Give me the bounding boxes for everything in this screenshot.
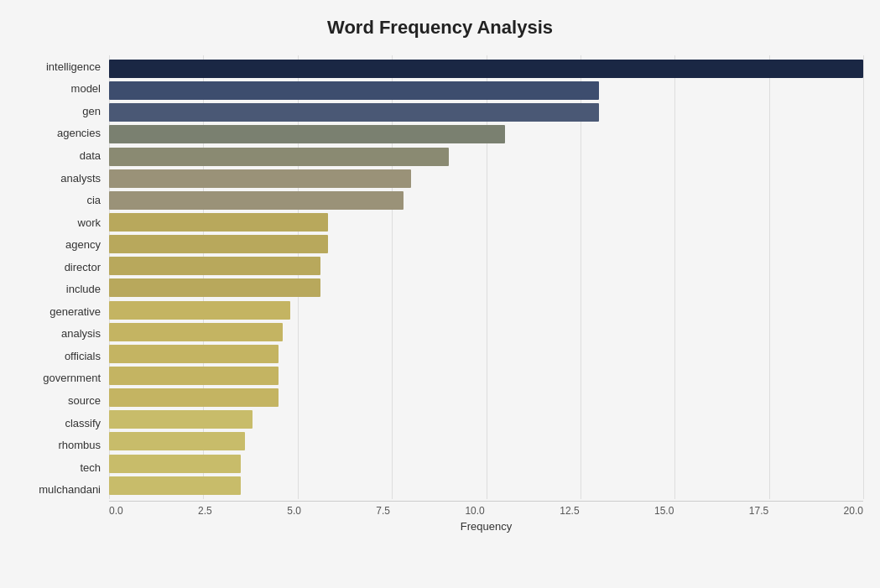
bar-row bbox=[109, 278, 863, 298]
x-tick-label: 2.5 bbox=[198, 505, 212, 517]
x-axis-label: Frequency bbox=[109, 520, 863, 533]
y-label: cia bbox=[17, 190, 109, 211]
y-label: intelligence bbox=[17, 55, 109, 77]
bar bbox=[109, 301, 290, 320]
bars-wrapper bbox=[109, 55, 863, 499]
bar bbox=[109, 455, 241, 473]
x-tick-label: 12.5 bbox=[560, 505, 579, 517]
plot-area: 0.02.55.07.510.012.515.017.520.0 Frequen… bbox=[109, 55, 863, 526]
bar bbox=[109, 191, 404, 210]
bar-row bbox=[109, 124, 863, 144]
x-tick-label: 7.5 bbox=[376, 505, 390, 517]
x-tick-label: 17.5 bbox=[749, 505, 768, 517]
y-label: rhombus bbox=[17, 434, 109, 456]
y-label: model bbox=[17, 78, 109, 100]
bar bbox=[109, 367, 279, 385]
y-label: analysts bbox=[17, 167, 109, 189]
bar-row bbox=[109, 169, 863, 189]
bar-row bbox=[109, 431, 863, 451]
bar bbox=[109, 235, 328, 253]
bar bbox=[109, 476, 241, 495]
bar-row bbox=[109, 388, 863, 408]
bar-row bbox=[109, 234, 863, 254]
chart-container: Word Frequency Analysis intelligencemode… bbox=[0, 0, 880, 588]
x-tick-label: 0.0 bbox=[109, 505, 123, 517]
bar-row bbox=[109, 409, 863, 429]
grid-line bbox=[863, 55, 864, 499]
bar bbox=[109, 257, 320, 275]
bar bbox=[109, 148, 449, 166]
x-ticks: 0.02.55.07.510.012.515.017.520.0 bbox=[109, 502, 863, 517]
y-label: agencies bbox=[17, 122, 109, 144]
bar-row bbox=[109, 190, 863, 211]
bar-row bbox=[109, 81, 863, 101]
y-label: generative bbox=[17, 300, 109, 322]
bar-row bbox=[109, 59, 863, 79]
y-label: agency bbox=[17, 234, 109, 256]
bars-container bbox=[109, 55, 863, 499]
y-axis: intelligencemodelgenagenciesdataanalysts… bbox=[17, 55, 109, 526]
bar bbox=[109, 345, 279, 363]
y-label: government bbox=[17, 367, 109, 389]
bar-row bbox=[109, 212, 863, 232]
bar-row bbox=[109, 366, 863, 386]
bar-row bbox=[109, 256, 863, 276]
bar bbox=[109, 432, 245, 450]
bar bbox=[109, 410, 253, 429]
bar-row bbox=[109, 454, 863, 474]
bar bbox=[109, 388, 279, 407]
bar-row bbox=[109, 344, 863, 364]
bar-row bbox=[109, 322, 863, 342]
y-label: data bbox=[17, 144, 109, 166]
bar bbox=[109, 60, 863, 78]
chart-area: intelligencemodelgenagenciesdataanalysts… bbox=[17, 55, 863, 526]
y-label: officials bbox=[17, 345, 109, 367]
x-tick-label: 5.0 bbox=[287, 505, 301, 517]
bar bbox=[109, 81, 599, 100]
y-label: source bbox=[17, 389, 109, 411]
chart-title: Word Frequency Analysis bbox=[17, 17, 863, 39]
x-tick-label: 15.0 bbox=[654, 505, 674, 517]
bar bbox=[109, 103, 599, 122]
y-label: include bbox=[17, 278, 109, 300]
bar bbox=[109, 125, 505, 143]
x-axis: 0.02.55.07.510.012.515.017.520.0 Frequen… bbox=[109, 501, 863, 526]
y-label: director bbox=[17, 256, 109, 278]
x-tick-label: 20.0 bbox=[844, 505, 863, 517]
y-label: mulchandani bbox=[17, 479, 109, 501]
y-label: analysis bbox=[17, 323, 109, 345]
y-label: tech bbox=[17, 456, 109, 478]
bar bbox=[109, 169, 411, 188]
bar-row bbox=[109, 102, 863, 122]
y-label: gen bbox=[17, 100, 109, 122]
x-tick-label: 10.0 bbox=[465, 505, 484, 517]
bar bbox=[109, 323, 283, 341]
bar-row bbox=[109, 300, 863, 320]
y-label: classify bbox=[17, 412, 109, 434]
y-label: work bbox=[17, 211, 109, 233]
bar bbox=[109, 278, 320, 297]
bar-row bbox=[109, 147, 863, 167]
bar-row bbox=[109, 476, 863, 496]
bar bbox=[109, 213, 328, 232]
